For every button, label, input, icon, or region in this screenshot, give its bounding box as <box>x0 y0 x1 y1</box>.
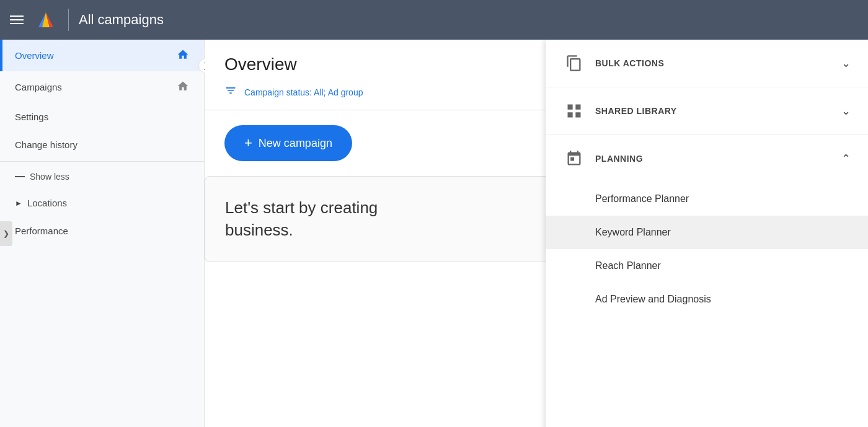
new-campaign-label: New campaign <box>259 137 332 150</box>
planning-chevron-icon: ⌃ <box>841 152 851 165</box>
locations-arrow-icon: ► <box>15 199 22 208</box>
home-icon <box>177 48 189 63</box>
new-campaign-button[interactable]: + New campaign <box>224 125 352 161</box>
sidebar-overview-label: Overview <box>15 50 54 61</box>
sidebar-change-history-label: Change history <box>15 139 78 150</box>
header-divider <box>68 9 69 31</box>
keyword-planner-label: Keyword Planner <box>595 227 671 237</box>
campaigns-home-icon <box>177 80 189 94</box>
sidebar-item-settings[interactable]: Settings <box>0 103 204 131</box>
bulk-actions-section[interactable]: BULK ACTIONS ⌄ <box>546 40 868 87</box>
content-text-line1: Let's start by creating <box>225 198 378 217</box>
sidebar-divider <box>0 161 204 162</box>
menu-button[interactable] <box>10 15 24 24</box>
expand-chevron-icon: ❯ <box>3 229 9 238</box>
sidebar-item-change-history[interactable]: Change history <box>0 131 204 159</box>
sidebar-item-performance[interactable]: Performance <box>0 217 204 245</box>
ad-preview-label: Ad Preview and Diagnosis <box>595 294 711 304</box>
ad-preview-item[interactable]: Ad Preview and Diagnosis <box>546 283 868 316</box>
sidebar-item-overview[interactable]: Overview <box>0 40 204 71</box>
filter-icon[interactable] <box>224 84 237 100</box>
sidebar: Overview Campaigns Settings Change histo… <box>0 40 205 427</box>
page-title: All campaigns <box>79 12 164 28</box>
google-ads-logo <box>33 7 58 32</box>
sidebar-show-less-button[interactable]: Show less <box>0 164 204 189</box>
shared-library-label: SHARED LIBRARY <box>595 106 841 116</box>
sidebar-locations-label: Locations <box>27 198 67 208</box>
bulk-actions-label: BULK ACTIONS <box>595 58 841 68</box>
bulk-actions-chevron-icon: ⌄ <box>841 56 851 70</box>
app-header: All campaigns <box>0 0 868 40</box>
content-text-line2: business. <box>225 221 293 239</box>
main-layout: Overview Campaigns Settings Change histo… <box>0 40 868 427</box>
performance-planner-item[interactable]: Performance Planner <box>546 182 868 216</box>
sidebar-expand-button[interactable]: ❯ <box>0 221 12 246</box>
keyword-planner-item[interactable]: Keyword Planner <box>546 216 868 249</box>
sidebar-item-campaigns[interactable]: Campaigns <box>0 71 204 103</box>
sidebar-settings-label: Settings <box>15 112 48 122</box>
reach-planner-item[interactable]: Reach Planner <box>546 249 868 283</box>
sidebar-performance-label: Performance <box>15 226 68 236</box>
filter-text: Campaign status: All; Ad group <box>244 87 363 97</box>
show-less-dash-icon <box>15 176 25 177</box>
sidebar-show-less-label: Show less <box>30 172 69 182</box>
bulk-actions-icon <box>563 52 585 74</box>
planning-dropdown: BULK ACTIONS ⌄ SHARED LIBRARY ⌄ <box>546 40 868 427</box>
shared-library-icon <box>563 100 585 122</box>
planning-label: PLANNING <box>595 154 841 164</box>
planning-icon <box>563 147 585 170</box>
shared-library-section[interactable]: SHARED LIBRARY ⌄ <box>546 87 868 135</box>
plus-icon: + <box>244 135 252 151</box>
sidebar-campaigns-label: Campaigns <box>15 82 62 92</box>
main-content-area: Overview Campaign status: All; Ad group … <box>205 40 868 427</box>
sidebar-item-locations[interactable]: ► Locations <box>0 189 204 217</box>
reach-planner-label: Reach Planner <box>595 260 661 271</box>
performance-planner-label: Performance Planner <box>595 193 689 204</box>
planning-section[interactable]: PLANNING ⌃ <box>546 135 868 182</box>
shared-library-chevron-icon: ⌄ <box>841 104 851 118</box>
